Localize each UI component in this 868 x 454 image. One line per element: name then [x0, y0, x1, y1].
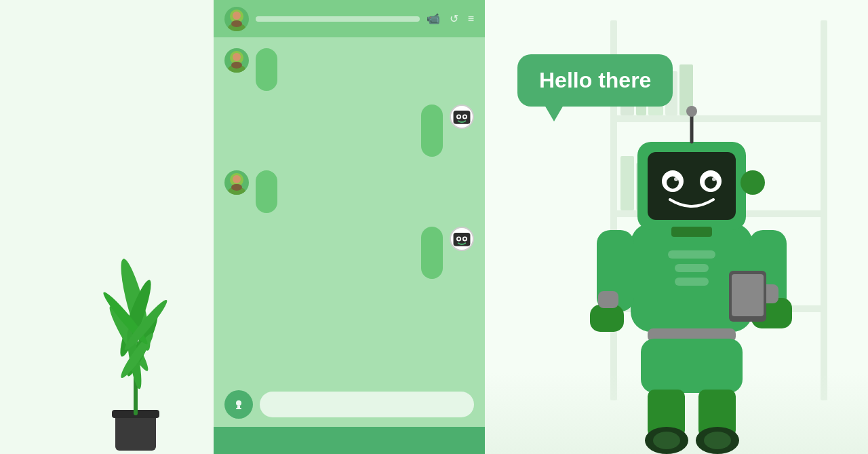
svg-point-34: [233, 53, 241, 61]
header-name-bar: [256, 16, 420, 22]
svg-point-84: [704, 432, 731, 449]
chat-header: 📹 ↺ ≡: [214, 0, 485, 37]
svg-point-43: [233, 175, 241, 183]
plant-decoration: [75, 183, 197, 454]
svg-point-31: [231, 20, 242, 27]
svg-rect-4: [821, 20, 827, 400]
svg-point-50: [236, 400, 241, 406]
svg-point-44: [231, 184, 242, 191]
svg-rect-73: [732, 274, 764, 316]
svg-rect-78: [641, 339, 743, 393]
bot-avatar-1: [450, 105, 474, 129]
user-avatar-1: [224, 48, 249, 73]
hello-text: Hello there: [539, 68, 651, 92]
bot-avatar-2: [450, 227, 474, 251]
message-row: [224, 227, 474, 279]
svg-rect-55: [648, 152, 736, 220]
robot-illustration: [570, 74, 814, 454]
hello-bubble-box: Hello there: [517, 54, 673, 107]
hello-speech-bubble: Hello there: [517, 54, 673, 107]
header-icons: 📹 ↺ ≡: [427, 12, 474, 25]
svg-rect-74: [668, 250, 715, 259]
user-avatar-2: [224, 170, 249, 195]
message-input[interactable]: [260, 392, 474, 417]
svg-point-35: [231, 62, 242, 69]
svg-point-60: [674, 177, 678, 181]
message-bubble-2: [421, 105, 443, 157]
message-row: [224, 48, 474, 91]
chat-messages: [214, 37, 485, 382]
svg-point-61: [712, 177, 716, 181]
menu-icon[interactable]: ≡: [468, 13, 474, 25]
svg-rect-52: [236, 408, 241, 409]
refresh-icon[interactable]: ↺: [450, 12, 458, 25]
svg-point-30: [233, 12, 241, 20]
video-icon[interactable]: 📹: [427, 12, 440, 25]
svg-point-39: [458, 115, 460, 118]
svg-point-63: [686, 106, 697, 117]
message-bubble-1: [256, 48, 277, 91]
chat-bottom-bar: [214, 427, 485, 454]
message-row: [224, 170, 474, 213]
chat-input-area: [214, 382, 485, 427]
svg-point-64: [741, 170, 765, 195]
chat-panel: 📹 ↺ ≡: [214, 0, 485, 454]
svg-point-83: [653, 432, 680, 449]
mic-button[interactable]: [224, 390, 253, 419]
svg-rect-67: [590, 305, 624, 332]
header-avatar: [224, 7, 249, 31]
svg-rect-75: [675, 264, 709, 272]
svg-point-40: [464, 115, 467, 118]
svg-rect-17: [115, 413, 156, 451]
svg-point-48: [458, 238, 460, 240]
svg-rect-76: [675, 278, 709, 286]
message-bubble-3: [256, 170, 277, 213]
message-row: [224, 105, 474, 157]
message-bubble-4: [421, 227, 443, 279]
svg-rect-65: [671, 227, 712, 237]
svg-point-49: [464, 238, 467, 240]
svg-rect-68: [598, 291, 618, 308]
